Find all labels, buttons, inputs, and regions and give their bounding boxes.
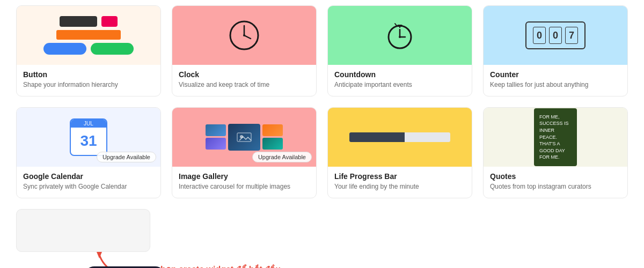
widget-info-progress: Life Progress Bar Your life ending by th… bbox=[328, 167, 472, 198]
widget-info-quotes: Quotes Quotes from top instagram curator… bbox=[484, 167, 627, 198]
gallery-preview bbox=[206, 124, 283, 151]
svg-point-9 bbox=[399, 36, 401, 38]
button-preview-inner bbox=[31, 16, 146, 55]
widget-card-gcalendar[interactable]: JUL 31 Upgrade Available Google Calendar… bbox=[16, 107, 161, 198]
svg-point-3 bbox=[243, 34, 245, 36]
partial-card-1 bbox=[16, 209, 150, 252]
svg-line-2 bbox=[244, 35, 251, 39]
widget-desc-countdown: Anticipate important events bbox=[334, 80, 465, 90]
widget-title-progress: Life Progress Bar bbox=[334, 172, 465, 181]
widget-info-gcalendar: Google Calendar Sync privately with Goog… bbox=[17, 167, 160, 198]
page-container: Button Shape your information hierarchy … bbox=[0, 0, 644, 268]
clock-icon bbox=[228, 19, 260, 51]
widget-preview-gcalendar: JUL 31 Upgrade Available bbox=[17, 108, 160, 167]
widget-title-quotes: Quotes bbox=[490, 172, 621, 181]
widget-preview-quotes: FOR ME, SUCCESS IS INNER PEACE. THAT'S A… bbox=[484, 108, 627, 167]
gallery-thumb-2 bbox=[206, 138, 226, 150]
widget-desc-counter: Keep tallies for just about anything bbox=[490, 80, 621, 90]
widget-grid-row2: JUL 31 Upgrade Available Google Calendar… bbox=[16, 107, 628, 198]
widget-preview-clock bbox=[172, 6, 316, 65]
upgrade-badge-gcalendar: Upgrade Available bbox=[97, 152, 156, 162]
widget-desc-clock: Visualize and keep track of time bbox=[179, 80, 310, 90]
bottom-overlay: ChiasePre... + + Create widget chọn crea… bbox=[0, 252, 644, 268]
widget-info-button: Button Shape your information hierarchy bbox=[17, 65, 160, 96]
widget-desc-quotes: Quotes from top instagram curators bbox=[490, 182, 621, 191]
widget-info-counter: Counter Keep tallies for just about anyt… bbox=[484, 65, 627, 96]
widget-card-counter[interactable]: 0 0 7 Counter Keep tallies for just abou… bbox=[483, 5, 628, 96]
mock-green-btn bbox=[91, 43, 134, 55]
widget-info-gallery: Image Gallery Interactive carousel for m… bbox=[172, 167, 316, 198]
gallery-thumb-1 bbox=[206, 124, 226, 136]
widget-card-countdown[interactable]: Countdown Anticipate important events bbox=[327, 5, 472, 96]
quotes-box: FOR ME, SUCCESS IS INNER PEACE. THAT'S A… bbox=[534, 108, 577, 166]
gcal-date: 31 bbox=[80, 132, 97, 150]
gallery-stack-left bbox=[206, 124, 226, 150]
widget-title-gcalendar: Google Calendar bbox=[23, 172, 154, 181]
button-row1 bbox=[60, 16, 118, 27]
counter-box: 0 0 7 bbox=[525, 21, 586, 49]
countdown-icon bbox=[385, 21, 415, 50]
annotation-text: chọn create widget để bắt đầu bbox=[156, 264, 281, 268]
widget-title-gallery: Image Gallery bbox=[179, 172, 310, 181]
widget-desc-progress: Your life ending by the minute bbox=[334, 182, 465, 191]
create-widget-button[interactable]: + + Create widget bbox=[85, 266, 165, 268]
progress-track bbox=[349, 132, 450, 142]
widget-desc-button: Shape your information hierarchy bbox=[23, 80, 154, 90]
widget-preview-counter: 0 0 7 bbox=[484, 6, 627, 65]
grid-section: Button Shape your information hierarchy … bbox=[0, 0, 644, 252]
gcal-icon-box: JUL 31 bbox=[70, 118, 107, 156]
widget-desc-gcalendar: Sync privately with Google Calendar bbox=[23, 182, 154, 191]
mock-orange-btn bbox=[56, 30, 121, 40]
widget-card-progress[interactable]: Life Progress Bar Your life ending by th… bbox=[327, 107, 472, 198]
gallery-thumb-3 bbox=[262, 124, 283, 136]
widget-card-quotes[interactable]: FOR ME, SUCCESS IS INNER PEACE. THAT'S A… bbox=[483, 107, 628, 198]
widget-grid-row3-partial bbox=[16, 209, 628, 252]
widget-title-button: Button bbox=[23, 70, 154, 79]
widget-title-clock: Clock bbox=[179, 70, 310, 79]
mock-blue-btn bbox=[43, 43, 86, 55]
button-row3 bbox=[43, 43, 134, 55]
gcal-body: 31 bbox=[71, 128, 106, 155]
widget-preview-countdown bbox=[328, 6, 472, 65]
widget-card-button[interactable]: Button Shape your information hierarchy bbox=[16, 5, 161, 96]
progress-fill bbox=[349, 132, 405, 142]
gallery-main-img bbox=[228, 124, 260, 151]
widget-preview-progress bbox=[328, 108, 472, 167]
mock-dark-btn bbox=[60, 16, 97, 27]
gcal-month: JUL bbox=[71, 120, 106, 128]
gallery-stack-right bbox=[262, 124, 283, 150]
gallery-main-icon bbox=[236, 132, 252, 143]
counter-digit-2: 7 bbox=[565, 27, 578, 44]
widget-info-countdown: Countdown Anticipate important events bbox=[328, 65, 472, 96]
counter-digit-0: 0 bbox=[533, 27, 546, 44]
widget-grid-row1: Button Shape your information hierarchy … bbox=[16, 5, 628, 96]
widget-desc-gallery: Interactive carousel for multiple images bbox=[179, 182, 310, 191]
upgrade-badge-gallery: Upgrade Available bbox=[252, 152, 312, 162]
widget-preview-button bbox=[17, 6, 160, 65]
gallery-thumb-4 bbox=[262, 138, 283, 150]
widget-card-clock[interactable]: Clock Visualize and keep track of time bbox=[172, 5, 317, 96]
arrow-svg bbox=[94, 247, 142, 268]
widget-preview-gallery: Upgrade Available bbox=[172, 108, 316, 167]
counter-digit-1: 0 bbox=[549, 27, 562, 44]
widget-title-countdown: Countdown bbox=[334, 70, 465, 79]
progress-bar-preview bbox=[349, 132, 450, 142]
widget-title-counter: Counter bbox=[490, 70, 621, 79]
widget-card-gallery[interactable]: Upgrade Available Image Gallery Interact… bbox=[172, 107, 317, 198]
mock-red-btn bbox=[101, 16, 118, 27]
widget-info-clock: Clock Visualize and keep track of time bbox=[172, 65, 316, 96]
